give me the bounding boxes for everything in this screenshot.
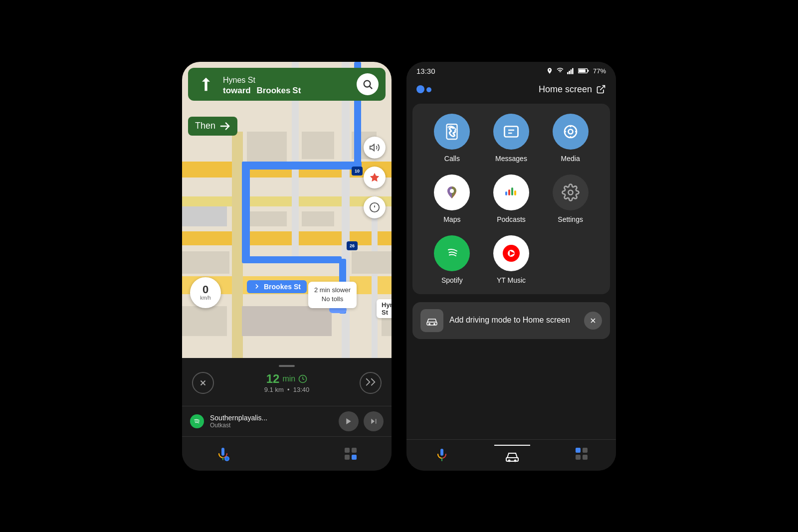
- location-icon: [546, 67, 553, 74]
- wifi-icon: [556, 67, 564, 74]
- mic-nav-icon: [434, 447, 450, 463]
- empty-slot: [553, 235, 589, 284]
- svg-point-56: [508, 459, 510, 462]
- messages-label: Messages: [495, 155, 527, 163]
- svg-rect-61: [576, 455, 581, 460]
- signal-icon: [567, 67, 575, 74]
- svg-rect-23: [569, 71, 570, 74]
- svg-rect-62: [583, 455, 588, 460]
- settings-icon: [553, 175, 589, 210]
- nav-mic[interactable]: [424, 445, 460, 465]
- svg-rect-22: [567, 72, 569, 74]
- svg-rect-31: [504, 126, 518, 137]
- bottom-toolbar-left: [182, 436, 392, 471]
- svg-point-11: [194, 417, 201, 425]
- svg-rect-20: [345, 455, 350, 460]
- app-row-3: Spotify YT Music: [422, 235, 600, 284]
- app-messages[interactable]: Messages: [493, 114, 529, 163]
- app-calls[interactable]: Calls: [434, 114, 470, 163]
- hynes-st-label: Hynes St: [377, 299, 392, 318]
- traffic-tolls: No tolls: [314, 295, 351, 304]
- app-spotify[interactable]: Spotify: [434, 235, 470, 284]
- svg-point-32: [565, 126, 577, 138]
- svg-rect-38: [508, 189, 510, 195]
- mic-button[interactable]: [212, 443, 234, 465]
- grid-nav-icon: [575, 447, 589, 461]
- screen-container: Jeays St Light St Hynes St Hynes St 10 2…: [0, 0, 798, 532]
- svg-point-0: [364, 80, 371, 87]
- svg-rect-37: [505, 191, 507, 195]
- svg-point-17: [225, 457, 228, 460]
- maps-icon: [434, 175, 470, 210]
- report-button[interactable]: [364, 196, 386, 218]
- svg-marker-2: [370, 144, 374, 151]
- map-area: Jeays St Light St Hynes St Hynes St 10 2…: [182, 62, 392, 358]
- messages-icon: [493, 114, 529, 150]
- search-button[interactable]: [357, 73, 379, 95]
- media-icon: [553, 114, 589, 150]
- traffic-delay: 2 min slower: [314, 286, 351, 295]
- spotify-label: Spotify: [441, 276, 463, 284]
- svg-point-33: [568, 129, 573, 134]
- app-ytmusic[interactable]: YT Music: [493, 235, 529, 284]
- nav-toward: toward Brookes St: [223, 86, 351, 96]
- nav-street-info: Hynes St toward Brookes St: [223, 73, 351, 96]
- map-canvas: Jeays St Light St Hynes St Hynes St 10 2…: [182, 62, 392, 358]
- ytmusic-icon: [493, 235, 529, 271]
- then-label: Then: [195, 121, 215, 131]
- settings-label: Settings: [558, 215, 583, 223]
- svg-point-41: [568, 190, 573, 194]
- pull-indicator: [192, 365, 382, 370]
- apps-button[interactable]: [340, 443, 362, 465]
- maps-label: Maps: [443, 215, 460, 223]
- app-settings[interactable]: Settings: [553, 175, 589, 223]
- svg-rect-53: [440, 449, 443, 456]
- calls-icon: [434, 114, 470, 150]
- then-banner: Then: [188, 117, 237, 136]
- next-button[interactable]: [364, 411, 384, 431]
- svg-rect-40: [514, 190, 516, 195]
- bottom-nav-right: [406, 439, 616, 471]
- toast-close-button[interactable]: [584, 312, 602, 330]
- eta-details: 9.1 km • 13:40: [264, 386, 310, 393]
- ytmusic-label: YT Music: [497, 276, 526, 284]
- music-artist: Outkast: [210, 422, 333, 429]
- app-row-1: Calls Messages: [422, 114, 600, 163]
- eta-unit: min: [282, 374, 295, 383]
- play-button[interactable]: [339, 411, 359, 431]
- spacer: [406, 342, 616, 439]
- status-time: 13:30: [416, 67, 435, 75]
- driving-mode-icon: [420, 309, 443, 332]
- svg-rect-24: [571, 69, 572, 74]
- home-screen-title: Home screen: [539, 84, 606, 95]
- app-row-2: Maps Podcasts: [422, 175, 600, 223]
- cancel-button[interactable]: [192, 372, 214, 394]
- svg-marker-4: [375, 173, 379, 181]
- svg-rect-19: [352, 448, 357, 453]
- svg-rect-27: [588, 70, 589, 71]
- calls-label: Calls: [444, 155, 460, 163]
- app-maps[interactable]: Maps: [434, 175, 470, 223]
- svg-line-1: [370, 86, 372, 89]
- traffic-info: 2 min slower No tolls: [308, 282, 357, 308]
- eta-bar: 12 min 9.1 km • 13:40: [192, 370, 382, 399]
- music-info: Southernplayalis... Outkast: [210, 414, 333, 429]
- svg-rect-28: [579, 69, 586, 72]
- spotify-icon: [190, 414, 204, 428]
- svg-rect-15: [221, 448, 224, 456]
- volume-button[interactable]: [364, 137, 386, 159]
- podcasts-icon: [493, 175, 529, 210]
- svg-point-50: [433, 323, 435, 325]
- top-bar-right: Home screen: [406, 80, 616, 99]
- app-media[interactable]: Media: [553, 114, 589, 163]
- nav-direction-icon: [195, 73, 217, 95]
- nav-grid[interactable]: [565, 445, 598, 463]
- route-alt-button[interactable]: [360, 372, 382, 394]
- compass-button[interactable]: [364, 167, 386, 188]
- svg-rect-47: [424, 313, 439, 328]
- nav-drive[interactable]: [494, 445, 530, 466]
- app-podcasts[interactable]: Podcasts: [493, 175, 529, 223]
- drive-nav-icon: [504, 448, 520, 464]
- google-assistant-icon[interactable]: [416, 85, 431, 93]
- svg-rect-21: [352, 455, 357, 460]
